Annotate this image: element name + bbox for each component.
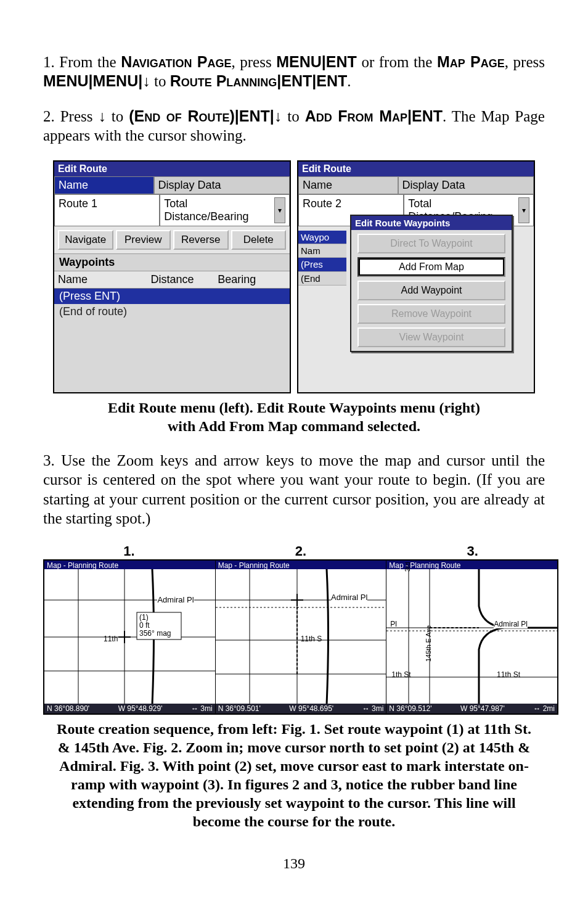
map-label: 145th E Ave (425, 625, 432, 662)
map-statusbar: N 36°08.890' W 95°48.929' ↔ 3mi (44, 704, 215, 713)
route-name-input[interactable]: Route 1 (54, 194, 160, 226)
status-lon: W 95°48.695' (289, 704, 333, 713)
col-distance: Distance (147, 271, 214, 288)
status-lat: N 36°09.512' (389, 704, 431, 713)
status-lon: W 95°47.987' (460, 704, 505, 713)
map-label: Admiral Pl (331, 593, 367, 602)
col-bearing: Bearing (214, 271, 290, 288)
add-from-map-item[interactable]: Add From Map (357, 257, 505, 277)
edit-route-waypoints-popup: Edit Route Waypoints Direct To Waypoint … (350, 215, 513, 352)
text: to (150, 73, 170, 89)
panel-label-2: 2. (215, 543, 387, 559)
map-label: Pl (390, 620, 397, 628)
figure-caption-2: Route creation sequence, from left: Fig.… (43, 720, 545, 831)
map-page-label: Map Page (437, 53, 505, 70)
text: Waypo (298, 231, 346, 244)
view-waypoint-item[interactable]: View Waypoint (357, 327, 505, 347)
pipe: | (270, 107, 274, 125)
edit-route-dialog-left: Edit Route Name Display Data Route 1 Tot… (53, 160, 291, 393)
key-ent: ENT (412, 107, 443, 125)
name-header: Name (298, 176, 398, 194)
panel-label-3: 3. (386, 543, 558, 559)
down-arrow-icon: ↓ (98, 108, 106, 125)
end-of-route-label: (End of Route) (129, 107, 235, 125)
list-item[interactable]: (End of route) (54, 304, 290, 319)
down-arrow-icon: ↓ (142, 73, 150, 89)
map-statusbar: N 36°09.512' W 95°47.987' ↔ 2mi (386, 704, 557, 713)
dialog-row: Edit Route Name Display Data Route 1 Tot… (53, 160, 535, 393)
list-item[interactable]: (Press ENT) (54, 289, 290, 304)
text: to (282, 108, 304, 125)
direct-to-waypoint-item[interactable]: Direct To Waypoint (357, 234, 505, 253)
status-scale: 3mi (372, 704, 383, 713)
text: 1. From the (43, 54, 121, 70)
navigation-page-label: Navigation Page (121, 53, 231, 70)
map-panel-2: Map - Planning Route (216, 561, 387, 713)
text: Nam (298, 244, 346, 258)
chevron-down-icon[interactable]: ▾ (274, 197, 285, 223)
map-label: 11th St (497, 670, 520, 679)
text: or from the (357, 54, 437, 70)
step-3: 3. Use the Zoom keys and arrow keys to m… (43, 451, 545, 528)
panel-label-1: 1. (43, 543, 215, 559)
add-from-map-label: Add From Map (305, 107, 407, 125)
edit-route-dialog-right: Edit Route Name Display Data Route 2 Tot… (297, 160, 535, 393)
display-data-header: Display Data (154, 176, 290, 194)
name-header: Name (54, 176, 154, 194)
display-data-select[interactable]: Total Distance/Bearing (164, 197, 274, 223)
pipe: | (322, 53, 326, 70)
status-scale: 3mi (200, 704, 212, 713)
map-panel-1: Map - Planning Route Admiral P (44, 561, 216, 713)
waypoints-list[interactable]: (Press ENT) (End of route) (54, 289, 290, 392)
key-ent: ENT (316, 72, 347, 89)
route-planning-label: Route Planning (170, 72, 277, 89)
figure-caption-1: Edit Route menu (left). Edit Route Waypo… (43, 398, 545, 435)
key-ent: ENT (326, 53, 357, 70)
status-lon: W 95°48.929' (118, 704, 163, 713)
status-lat: N 36°09.501' (218, 704, 261, 713)
preview-button[interactable]: Preview (116, 230, 171, 250)
map-label: Admiral Pl (157, 595, 194, 604)
text: (Pres (298, 258, 346, 272)
add-waypoint-item[interactable]: Add Waypoint (357, 281, 505, 300)
key-menu: MENU (276, 53, 322, 70)
map-canvas (386, 569, 557, 705)
page-number: 139 (43, 855, 545, 872)
text: to (106, 108, 129, 125)
text: . (347, 73, 351, 89)
map-label: 3rd St (404, 561, 411, 572)
map-panel-3: Map - Planning Route Admiral Pl 1 (386, 561, 557, 713)
map-label: Admiral Pl (494, 620, 528, 628)
step-2: 2. Press ↓ to (End of Route)|ENT|↓ to Ad… (43, 107, 545, 146)
navigate-button[interactable]: Navigate (58, 230, 113, 250)
map-triptych: 1. 2. 3. Map - Planning Route (43, 543, 558, 715)
key-ent: ENT (281, 72, 312, 89)
status-lat: N 36°08.890' (47, 704, 89, 713)
reverse-button[interactable]: Reverse (173, 230, 229, 250)
remove-waypoint-item[interactable]: Remove Waypoint (357, 304, 505, 324)
key-menu: MENU (43, 72, 89, 89)
col-name: Name (54, 271, 147, 288)
map-statusbar: N 36°09.501' W 95°48.695' ↔ 3mi (216, 704, 386, 713)
map-label: 11th (104, 635, 118, 643)
text: , press (231, 54, 276, 70)
text: 2. Press (43, 108, 98, 125)
map-canvas (44, 569, 216, 705)
status-scale: 2mi (543, 704, 555, 713)
pipe: | (235, 107, 239, 125)
map-label: 11th S (301, 635, 322, 643)
dialog-titlebar: Edit Route (54, 162, 290, 176)
dialog-titlebar: Edit Route (298, 162, 534, 176)
down-arrow-icon: ↓ (274, 108, 282, 125)
underlying-dialog-strip: Waypo Nam (Pres (End (298, 231, 346, 286)
delete-button[interactable]: Delete (231, 230, 287, 250)
waypoints-section: Waypoints (54, 253, 290, 271)
popup-titlebar: Edit Route Waypoints (351, 216, 512, 230)
key-menu: MENU (93, 72, 139, 89)
text: , press (505, 54, 545, 70)
svg-rect-19 (386, 569, 557, 705)
chevron-down-icon[interactable]: ▾ (518, 197, 529, 223)
display-data-header: Display Data (398, 176, 534, 194)
text: (End (298, 272, 346, 286)
callout-line: 356° mag (139, 630, 171, 638)
